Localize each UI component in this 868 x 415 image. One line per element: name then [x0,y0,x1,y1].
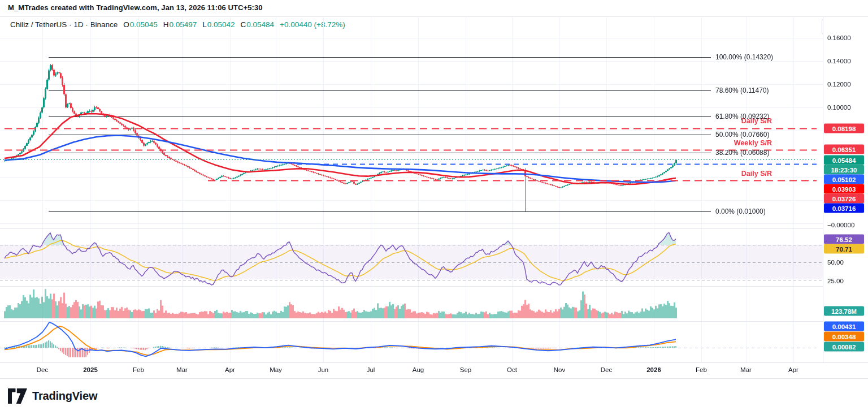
axis-tick-label: 0.12000 [827,81,851,88]
price-label-000431: 0.00431 [824,322,864,331]
time-axis-label: Aug [413,366,424,373]
axis-tick-label: 0.16000 [827,34,851,41]
tradingview-logo-icon [8,388,27,404]
pane-divider[interactable] [0,228,868,229]
time-axis-label: Apr [225,366,235,373]
axis-tick-label: 25.00 [827,278,844,284]
time-axis-label: Feb [696,366,707,373]
price-label-003726: 0.03726 [824,194,864,204]
chart-canvas[interactable] [0,17,823,362]
price-label-006351: 0.06351 [824,145,864,154]
price-label-182330: 18:23:30 [824,165,864,175]
price-label-003716: 0.03716 [824,204,864,213]
time-axis-label: Jun [318,366,329,373]
price-label-7652: 76.52 [824,235,864,244]
price-axis[interactable]: 0.160000.140000.120000.10000−0.0000050.0… [823,17,868,378]
price-label-005484: 0.05484 [824,155,864,165]
pane-divider[interactable] [0,321,868,322]
time-axis-label: Feb [133,366,144,373]
time-axis-label: 2026 [646,366,661,373]
price-label-7071: 70.71 [824,244,864,254]
axis-tick-label: 0.14000 [827,58,851,64]
time-axis-label: Sep [460,366,471,373]
time-axis-label: Mar [740,366,752,373]
time-axis-label: 2025 [83,366,98,373]
tradingview-logo: TradingView [8,388,97,404]
time-axis-label: Mar [176,366,188,373]
axis-tick-label: 50.00 [827,259,844,266]
time-axis-label: Dec [601,366,612,373]
axis-tick-label: 0.10000 [827,104,851,111]
tradingview-logo-text: TradingView [32,390,97,403]
price-label-000348: 0.00348 [824,332,864,341]
price-label-005102: 0.05102 [824,175,864,184]
pane-divider[interactable] [0,286,868,287]
attribution-text: M_MTrades created with TradingView.com, … [8,3,263,12]
time-axis-label: Jul [367,366,375,373]
price-label-000082: 0.00082 [824,342,864,352]
time-axis-label: Apr [788,366,798,373]
price-label-008198: 0.08198 [824,124,864,133]
axis-tick-label: −0.00000 [827,222,854,228]
price-label-12378M: 123.78M [824,306,864,316]
time-axis[interactable]: Dec2025FebMarAprMayJunJulAugSepOctNovDec… [0,362,868,379]
price-label-003903: 0.03903 [824,184,864,194]
time-axis-label: Dec [37,366,48,373]
time-axis-label: Nov [554,366,565,373]
time-axis-label: Oct [507,366,517,373]
time-axis-label: May [270,366,282,373]
